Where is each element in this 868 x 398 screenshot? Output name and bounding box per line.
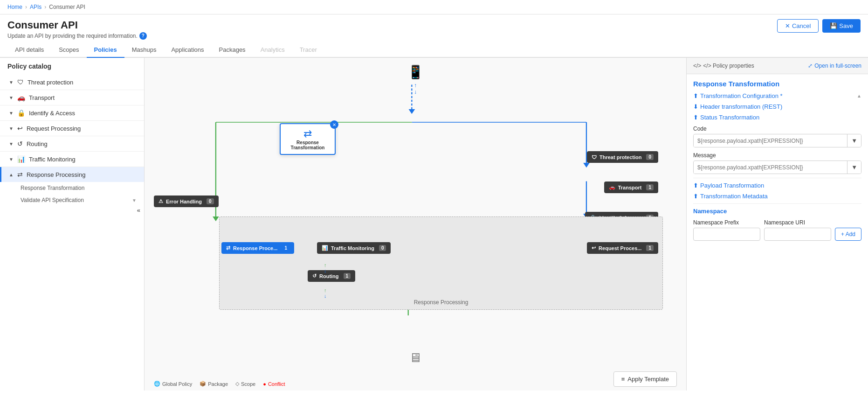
sidebar-item-threat-protection[interactable]: ▼ 🛡 Threat protection bbox=[0, 75, 144, 90]
request-node-icon: ↩ bbox=[592, 245, 596, 251]
code-input[interactable] bbox=[694, 135, 847, 147]
panel-header: </> </> Policy properties ⤢ Open in full… bbox=[687, 58, 868, 74]
namespace-prefix-input[interactable] bbox=[693, 228, 760, 241]
status-transformation-group[interactable]: ⬆ Status Transformation bbox=[693, 114, 861, 121]
transformation-metadata-group[interactable]: ⬆ Transformation Metadata bbox=[693, 193, 861, 200]
panel-section-title: Response Transformation bbox=[693, 80, 861, 88]
transport-node-label: Transport bbox=[618, 185, 642, 190]
page-header: Consumer API Update an API by providing … bbox=[0, 14, 868, 40]
sidebar-item-response-processing[interactable]: ▲ ⇄ Response Processing bbox=[0, 167, 144, 182]
transformation-node-label: Response Transformation bbox=[284, 140, 331, 150]
request-node-badge: 1 bbox=[646, 245, 654, 251]
code-dropdown-icon[interactable]: ▼ bbox=[847, 134, 861, 147]
chevron-right-icon: ▼ bbox=[9, 111, 14, 116]
namespace-uri-col: Namespace URI bbox=[764, 219, 831, 241]
header-transformation-group[interactable]: ⬇ Header transformation (REST) bbox=[693, 103, 861, 110]
help-icon[interactable]: ? bbox=[139, 32, 147, 40]
subtitle-text: Update an API by providing the required … bbox=[7, 33, 138, 39]
sidebar-item-transport[interactable]: ▼ 🚗 Transport bbox=[0, 90, 144, 105]
add-namespace-button[interactable]: + Add bbox=[835, 228, 861, 241]
panel-content: Response Transformation ⬆ Transformation… bbox=[687, 74, 868, 246]
main-layout: Policy catalog ▼ 🛡 Threat protection ▼ 🚗… bbox=[0, 58, 868, 391]
message-input[interactable] bbox=[694, 161, 847, 174]
sidebar-item-traffic-monitoring[interactable]: ▼ 📊 Traffic Monitoring bbox=[0, 152, 144, 167]
legend-conflict: ● Conflict bbox=[263, 381, 285, 387]
code-input-wrap: ▼ bbox=[693, 134, 861, 147]
breadcrumb-home[interactable]: Home bbox=[7, 4, 22, 10]
sidebar-label-request: Request Processing bbox=[27, 125, 137, 132]
global-policy-icon: 🌐 bbox=[154, 381, 160, 387]
error-node-label: Error Handling bbox=[166, 199, 202, 204]
tab-mashups[interactable]: Mashups bbox=[124, 42, 164, 58]
conflict-label: Conflict bbox=[268, 381, 285, 387]
node-transport[interactable]: 🚗 Transport 1 bbox=[604, 182, 658, 193]
routing-arrows-bottom: ↑ ↓ bbox=[324, 287, 327, 299]
chevron-right-icon: ▼ bbox=[9, 157, 14, 162]
tab-packages[interactable]: Packages bbox=[212, 42, 253, 58]
sidebar-item-routing[interactable]: ▼ ↺ Routing bbox=[0, 136, 144, 151]
message-label: Message bbox=[693, 152, 861, 159]
routing-node-label: Routing bbox=[319, 273, 339, 279]
payload-transformation-group[interactable]: ⬆ Payload Transformation bbox=[693, 182, 861, 189]
sidebar-item-identify-access[interactable]: ▼ 🔒 Identify & Access bbox=[0, 105, 144, 120]
tab-api-details[interactable]: API details bbox=[7, 42, 51, 58]
transformation-config-label: Transformation Configuration * bbox=[700, 92, 783, 99]
error-node-badge: 0 bbox=[207, 198, 214, 204]
node-error-handling[interactable]: ⚠ Error Handling 0 bbox=[154, 196, 219, 207]
open-fullscreen-button[interactable]: ⤢ Open in full-screen bbox=[808, 63, 861, 69]
down-icon-1: ⬇ bbox=[693, 103, 698, 110]
panel-title-text: </> Policy properties bbox=[703, 63, 754, 69]
transport-node-badge: 1 bbox=[646, 184, 654, 190]
lock-icon: 🔒 bbox=[17, 109, 25, 117]
collapse-icon: ▲ bbox=[857, 93, 861, 98]
namespace-uri-input[interactable] bbox=[764, 228, 831, 241]
page-title: Consumer API bbox=[7, 19, 147, 31]
tab-applications[interactable]: Applications bbox=[164, 42, 211, 58]
namespace-prefix-col: Namespace Prefix bbox=[693, 219, 760, 241]
save-icon: 💾 bbox=[830, 22, 837, 29]
transport-node-icon: 🚗 bbox=[609, 184, 615, 190]
node-request-processing[interactable]: ↩ Request Proces... 1 bbox=[587, 242, 658, 254]
sidebar-label-threat: Threat protection bbox=[28, 79, 137, 86]
sidebar-subitem-validate-api[interactable]: Validate API Specification ▼ bbox=[0, 194, 144, 206]
package-label: Package bbox=[208, 381, 228, 387]
chevron-right-icon: ▼ bbox=[9, 80, 14, 85]
cancel-button[interactable]: ✕ Cancel bbox=[777, 19, 819, 33]
up-icon-3: ⬆ bbox=[693, 182, 698, 189]
sidebar-label-identify: Identify & Access bbox=[29, 110, 137, 117]
resp-proc-label: Response Proce... bbox=[233, 245, 277, 251]
sidebar-subitem-response-transformation[interactable]: Response Transformation bbox=[0, 182, 144, 194]
expand-icon: ⤢ bbox=[808, 63, 813, 69]
cancel-label: Cancel bbox=[792, 22, 811, 29]
node-threat-protection[interactable]: 🛡 Threat protection 0 bbox=[587, 151, 658, 163]
chevron-down-icon: ▲ bbox=[9, 172, 14, 177]
message-dropdown-icon[interactable]: ▼ bbox=[847, 161, 861, 174]
node-response-proc[interactable]: ⇄ Response Proce... 1 bbox=[221, 242, 294, 254]
transformation-config-group[interactable]: ⬆ Transformation Configuration * ▲ bbox=[693, 92, 861, 99]
tab-policies[interactable]: Policies bbox=[87, 42, 124, 58]
up-icon-2: ⬆ bbox=[693, 114, 698, 121]
legend-package: 📦 Package bbox=[200, 381, 228, 387]
breadcrumb-apis[interactable]: APIs bbox=[30, 4, 41, 10]
node-routing[interactable]: ↺ Routing 1 bbox=[308, 270, 355, 282]
apply-template-icon: ≡ bbox=[621, 376, 625, 383]
close-node-icon[interactable]: ✕ bbox=[330, 120, 338, 129]
node-response-transformation[interactable]: ✕ ⇄ Response Transformation bbox=[280, 123, 336, 155]
save-button[interactable]: 💾 Save bbox=[822, 19, 861, 33]
apply-template-button[interactable]: ≡ Apply Template bbox=[613, 371, 677, 387]
tab-scopes[interactable]: Scopes bbox=[51, 42, 86, 58]
tabs-bar: API detailsScopesPoliciesMashupsApplicat… bbox=[0, 42, 868, 58]
error-node-icon: ⚠ bbox=[158, 198, 163, 204]
sidebar-item-request-processing[interactable]: ▼ ↩ Request Processing bbox=[0, 121, 144, 136]
traffic-node-icon: 📊 bbox=[322, 245, 328, 251]
resp-proc-badge: 1 bbox=[282, 245, 289, 251]
chevron-right-icon: ▼ bbox=[9, 141, 14, 147]
node-traffic-monitoring[interactable]: 📊 Traffic Monitoring 0 bbox=[317, 242, 391, 254]
sidebar-collapse-button[interactable]: « bbox=[133, 205, 144, 216]
routing-arrows: ↑ ↓ bbox=[324, 262, 327, 273]
tab-tracer: Tracer bbox=[292, 42, 324, 58]
shield-icon: 🛡 bbox=[17, 78, 24, 86]
validate-api-label: Validate API Specification bbox=[21, 197, 84, 203]
chevron-right-icon: ▼ bbox=[9, 126, 14, 131]
right-panel: </> </> Policy properties ⤢ Open in full… bbox=[686, 58, 868, 391]
